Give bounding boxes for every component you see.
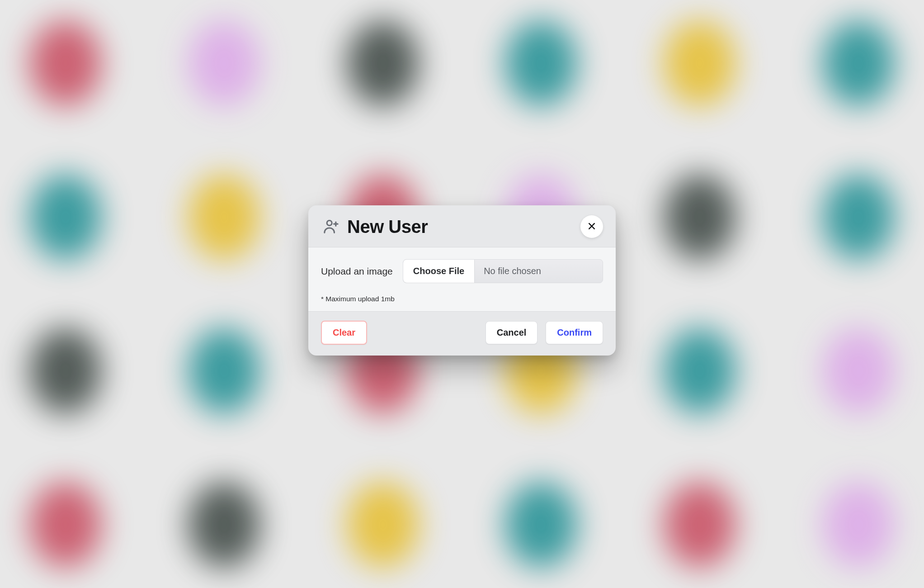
svg-point-0: [327, 221, 332, 226]
file-input-group: Choose File No file chosen: [403, 259, 603, 283]
close-icon: [587, 222, 596, 232]
upload-row: Upload an image Choose File No file chos…: [321, 259, 603, 283]
modal-body: Upload an image Choose File No file chos…: [308, 247, 616, 311]
confirm-button[interactable]: Confirm: [546, 321, 603, 344]
user-plus-icon: [321, 217, 341, 237]
choose-file-button[interactable]: Choose File: [403, 260, 475, 283]
close-button[interactable]: [580, 215, 603, 238]
new-user-modal: New User Upload an image Choose File No …: [308, 205, 616, 356]
clear-button[interactable]: Clear: [321, 321, 367, 345]
upload-label: Upload an image: [321, 266, 393, 277]
cancel-button[interactable]: Cancel: [486, 321, 538, 344]
modal-footer: Clear Cancel Confirm: [308, 311, 616, 356]
modal-title: New User: [347, 217, 580, 237]
file-status-text: No file chosen: [475, 260, 603, 283]
upload-hint: * Maximum upload 1mb: [321, 295, 603, 303]
modal-header: New User: [308, 205, 616, 247]
modal-overlay: New User Upload an image Choose File No …: [0, 0, 924, 588]
